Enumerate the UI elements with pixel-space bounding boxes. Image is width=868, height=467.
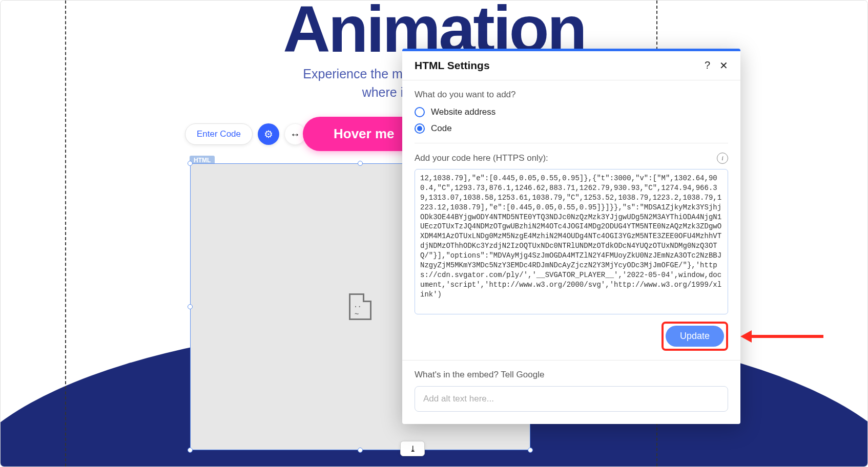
resize-handle[interactable] [528, 448, 533, 453]
download-icon[interactable]: ⤓ [400, 441, 425, 456]
alt-text-input[interactable] [415, 386, 728, 412]
close-icon[interactable]: ✕ [719, 59, 728, 72]
resize-handle[interactable] [358, 448, 363, 453]
modal-header: HTML Settings ? ✕ [402, 51, 740, 80]
modal-title: HTML Settings [415, 59, 490, 72]
update-button[interactable]: Update [666, 326, 724, 347]
info-icon[interactable]: i [717, 153, 728, 164]
resize-handle[interactable] [188, 448, 193, 453]
add-type-question: What do you want to add? [415, 90, 728, 100]
radio-code[interactable] [415, 123, 425, 134]
radio-website-address[interactable] [415, 107, 425, 117]
modal-help-icon[interactable]: ? [705, 59, 710, 72]
resize-handle[interactable] [188, 304, 193, 309]
broken-file-icon: · ·~ [349, 293, 371, 320]
html-settings-modal: HTML Settings ? ✕ What do you want to ad… [402, 49, 740, 424]
resize-handle[interactable] [358, 161, 363, 166]
settings-icon[interactable]: ⚙ [258, 123, 279, 145]
radio-website-label: Website address [431, 107, 495, 117]
resize-handle[interactable] [188, 161, 193, 166]
radio-code-label: Code [431, 123, 452, 134]
annotation-highlight: Update [662, 322, 728, 351]
code-textarea[interactable]: 12,1038.79],"e":[0.445,0.05,0.55,0.95]},… [415, 169, 728, 314]
embed-question: What's in the embed? Tell Google [415, 370, 728, 380]
code-content: 12,1038.79],"e":[0.445,0.05,0.55,0.95]},… [420, 174, 722, 300]
code-section-label: Add your code here (HTTPS only): [415, 153, 548, 163]
annotation-arrow [740, 330, 823, 343]
enter-code-button[interactable]: Enter Code [185, 123, 253, 145]
divider [415, 143, 728, 143]
